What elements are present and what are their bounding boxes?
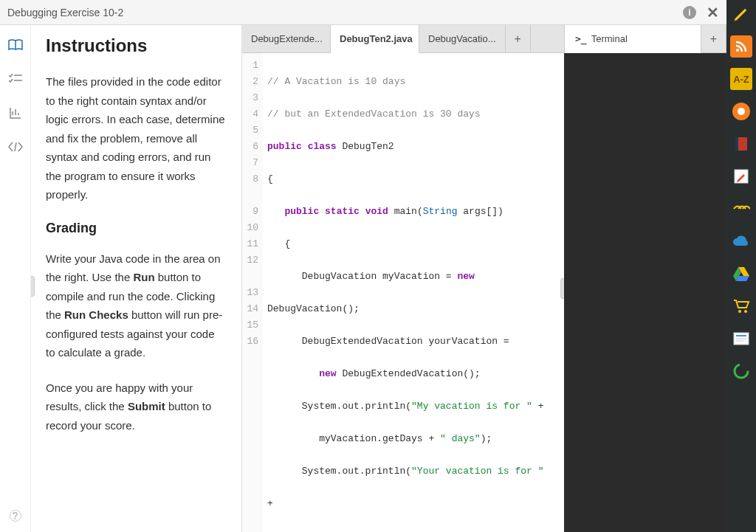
orange-circle-icon[interactable] [730,100,752,122]
window-title: Debugging Exercise 10-2 [7,7,123,18]
instructions-paragraph-1: The files provided in the code editor to… [46,72,227,204]
cart-icon[interactable] [730,295,752,317]
code-editor[interactable]: 1 2 3 4 5 6 7 8 9 10 11 12 13 14 [242,53,564,532]
terminal-label: Terminal [591,33,628,44]
drive-icon[interactable] [730,263,752,285]
pencil-icon[interactable] [730,3,752,25]
instructions-panel: Instructions The files provided in the c… [31,25,242,532]
az-icon[interactable]: A-Z [730,68,752,90]
close-icon[interactable]: ✕ [707,4,719,21]
title-bar: Debugging Exercise 10-2 i ✕ [0,0,726,25]
editor-area: DebugExtende... DebugTen2.java DebugVaca… [242,25,726,532]
grading-heading: Grading [46,221,227,236]
code-content[interactable]: // A Vacation is 10 days // but an Exten… [263,53,564,532]
edit-page-icon[interactable] [730,165,752,187]
new-tab-button[interactable]: + [506,25,531,52]
splitter-handle[interactable] [31,276,35,297]
line-gutter: 1 2 3 4 5 6 7 8 9 10 11 12 13 14 [242,53,263,532]
svg-point-12 [735,365,748,378]
instructions-paragraph-3: Once you are happy with your results, cl… [46,379,227,435]
book-tool-icon[interactable] [730,133,752,155]
tab-debugextended[interactable]: DebugExtende... [242,25,331,52]
right-toolbar: A-Z [726,0,756,532]
terminal-panel[interactable] [564,53,726,532]
sound-icon[interactable] [730,198,752,220]
left-rail: ? [0,25,31,532]
cloud-icon[interactable] [730,230,752,252]
editor-tabs: DebugExtende... DebugTen2.java DebugVaca… [242,25,726,53]
code-icon[interactable] [7,139,24,155]
terminal-prompt-icon: >_ [575,33,587,44]
svg-point-1 [736,49,739,52]
svg-point-7 [744,310,747,313]
rss-icon[interactable] [730,35,752,58]
ring-icon[interactable] [730,360,752,382]
svg-point-6 [738,310,741,313]
instructions-heading: Instructions [46,35,227,56]
page-icon[interactable] [730,328,752,350]
info-icon[interactable]: i [683,6,696,19]
tab-debugten2[interactable]: DebugTen2.java [331,25,419,53]
tab-debugvacation[interactable]: DebugVacatio... [419,25,506,52]
tab-terminal[interactable]: >_ Terminal [565,25,701,53]
checklist-icon[interactable] [7,71,24,87]
chart-icon[interactable] [7,105,24,121]
new-terminal-button[interactable]: + [701,25,726,52]
splitter-handle-right[interactable] [560,278,564,299]
help-icon[interactable]: ? [10,510,21,522]
book-icon[interactable] [7,37,24,53]
instructions-paragraph-2: Write your Java code in the area on the … [46,249,227,362]
svg-rect-4 [735,137,738,151]
